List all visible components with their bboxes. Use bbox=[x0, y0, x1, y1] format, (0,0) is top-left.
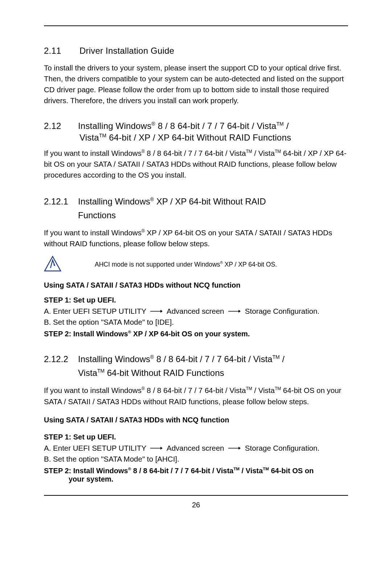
section-number: 2.12.2 bbox=[44, 353, 70, 366]
title-text: Vista bbox=[78, 368, 97, 378]
step-1a: A. Enter UEFI SETUP UTILITY Advanced scr… bbox=[44, 443, 348, 454]
tm-symbol: TM bbox=[275, 149, 281, 154]
title-text: / bbox=[280, 354, 285, 364]
top-rule bbox=[44, 25, 348, 26]
registered-symbol: ® bbox=[220, 261, 222, 265]
registered-symbol: ® bbox=[150, 196, 154, 202]
section-number: 2.11 bbox=[44, 46, 65, 56]
warning-icon bbox=[44, 256, 61, 273]
section-title: Installing Windows® 8 / 8 64-bit / 7 / 7… bbox=[78, 353, 348, 366]
tm-symbol: TM bbox=[276, 121, 283, 127]
arrow-icon bbox=[228, 446, 241, 450]
step-text: Storage Configuration. bbox=[245, 307, 319, 315]
arrow-icon bbox=[150, 309, 163, 313]
step-text: STEP 2: Install Windows bbox=[44, 330, 128, 338]
svg-marker-0 bbox=[45, 256, 61, 271]
step-text: A. Enter UEFI SETUP UTILITY bbox=[44, 307, 146, 315]
title-text: Vista bbox=[79, 133, 99, 142]
heading-2-12-2-line2: VistaTM 64-bit Without RAID Functions bbox=[44, 366, 348, 380]
step-text: Advanced screen bbox=[167, 444, 224, 452]
step-1b: B. Set the option "SATA Mode" to [IDE]. bbox=[44, 317, 348, 328]
svg-marker-2 bbox=[160, 310, 163, 313]
section-number: 2.12 bbox=[44, 121, 65, 131]
tm-symbol: TM bbox=[275, 386, 281, 392]
section-2-12-2: 2.12.2 Installing Windows® 8 / 8 64-bit … bbox=[44, 353, 348, 483]
step-text: Storage Configuration. bbox=[245, 444, 319, 452]
sub-heading-ncq: Using SATA / SATAII / SATA3 HDDs with NC… bbox=[44, 416, 348, 424]
body-text: If you want to install Windows bbox=[44, 386, 142, 394]
tm-symbol: TM bbox=[246, 149, 252, 154]
title-text: Installing Windows bbox=[78, 354, 150, 364]
title-text: XP / XP 64-bit Without RAID bbox=[154, 196, 266, 206]
heading-2-12: 2.12 Installing Windows® 8 / 8 64-bit / … bbox=[44, 121, 348, 131]
section-2-11: 2.11 Driver Installation Guide To instal… bbox=[44, 46, 348, 106]
step-group-1-b: STEP 1: Set up UEFI. A. Enter UEFI SETUP… bbox=[44, 433, 348, 465]
step-text: Advanced screen bbox=[167, 307, 224, 315]
step-group-1: STEP 1: Set up UEFI. A. Enter UEFI SETUP… bbox=[44, 296, 348, 328]
registered-symbol: ® bbox=[128, 330, 131, 334]
step-text: 8 / 8 64-bit / 7 / 7 64-bit / Vista bbox=[131, 467, 233, 475]
svg-marker-6 bbox=[160, 447, 163, 450]
note-text: AHCI mode is not supported under Windows… bbox=[95, 261, 277, 268]
step-text: XP / XP 64-bit OS on your system. bbox=[131, 330, 250, 338]
step-2-label: STEP 2: Install Windows® 8 / 8 64-bit / … bbox=[44, 467, 348, 475]
registered-symbol: ® bbox=[151, 121, 155, 127]
page-number: 26 bbox=[44, 501, 348, 509]
body-text: 8 / 8 64-bit / 7 / 7 64-bit / Vista bbox=[145, 149, 246, 157]
heading-2-12-2: 2.12.2 Installing Windows® 8 / 8 64-bit … bbox=[44, 353, 348, 366]
registered-symbol: ® bbox=[142, 228, 145, 234]
svg-marker-4 bbox=[238, 310, 241, 313]
section-title: Installing Windows® 8 / 8 64-bit / 7 / 7… bbox=[78, 121, 348, 131]
step-text: A. Enter UEFI SETUP UTILITY bbox=[44, 444, 146, 452]
title-text: 64-bit Without RAID Functions bbox=[105, 368, 224, 378]
heading-2-12-line2: VistaTM 64-bit / XP / XP 64-bit Without … bbox=[44, 133, 348, 143]
note-text-content: AHCI mode is not supported under Windows bbox=[95, 261, 220, 268]
step-1b: B. Set the option "SATA Mode" to [AHCI]. bbox=[44, 454, 348, 465]
step-1-label: STEP 1: Set up UEFI. bbox=[44, 433, 348, 441]
tm-symbol: TM bbox=[99, 133, 106, 138]
section-number: 2.12.1 bbox=[44, 195, 70, 208]
body-text: If you want to install Windows bbox=[44, 149, 142, 157]
section-title: Installing Windows® XP / XP 64-bit Witho… bbox=[78, 195, 348, 208]
body-text: If you want to install Windows bbox=[44, 228, 142, 237]
tm-symbol: TM bbox=[97, 368, 105, 374]
note-row: AHCI mode is not supported under Windows… bbox=[44, 256, 348, 273]
title-text: 64-bit / XP / XP 64-bit Without RAID Fun… bbox=[106, 133, 291, 142]
tm-symbol: TM bbox=[272, 354, 279, 360]
body-2-11: To install the drivers to your system, p… bbox=[44, 62, 348, 106]
step-2-label: STEP 2: Install Windows® XP / XP 64-bit … bbox=[44, 330, 348, 338]
body-2-12-1: If you want to install Windows® XP / XP … bbox=[44, 227, 348, 249]
section-2-12-1: 2.12.1 Installing Windows® XP / XP 64-bi… bbox=[44, 195, 348, 338]
step-1-label: STEP 1: Set up UEFI. bbox=[44, 296, 348, 304]
arrow-icon bbox=[150, 446, 163, 450]
step-1a: A. Enter UEFI SETUP UTILITY Advanced scr… bbox=[44, 306, 348, 317]
title-text: Installing Windows bbox=[78, 196, 150, 206]
tm-symbol: TM bbox=[246, 386, 252, 392]
sub-heading-ncq: Using SATA / SATAII / SATA3 HDDs without… bbox=[44, 281, 348, 289]
section-title: Driver Installation Guide bbox=[79, 46, 348, 56]
body-text: / Vista bbox=[252, 149, 275, 157]
body-2-12: If you want to install Windows® 8 / 8 64… bbox=[44, 148, 348, 181]
section-title-line2: VistaTM 64-bit Without RAID Functions bbox=[78, 366, 348, 380]
registered-symbol: ® bbox=[150, 354, 154, 360]
body-2-12-2: If you want to install Windows® 8 / 8 64… bbox=[44, 385, 348, 407]
title-text: 8 / 8 64-bit / 7 / 7 64-bit / Vista bbox=[155, 121, 277, 131]
section-title-line2: Functions bbox=[78, 209, 348, 222]
svg-marker-8 bbox=[238, 447, 241, 450]
heading-2-12-1-line2: Functions bbox=[44, 209, 348, 222]
arrow-icon bbox=[228, 309, 241, 313]
bottom-rule bbox=[44, 495, 348, 496]
body-text: / Vista bbox=[252, 386, 275, 394]
step-2-line2: your system. bbox=[44, 475, 348, 483]
registered-symbol: ® bbox=[142, 386, 145, 392]
title-text: 8 / 8 64-bit / 7 / 7 64-bit / Vista bbox=[154, 354, 272, 364]
heading-2-11: 2.11 Driver Installation Guide bbox=[44, 46, 348, 56]
section-2-12: 2.12 Installing Windows® 8 / 8 64-bit / … bbox=[44, 121, 348, 181]
step-text: / Vista bbox=[240, 467, 263, 475]
title-text: Installing Windows bbox=[78, 121, 151, 131]
step-text: 64-bit OS on bbox=[269, 467, 314, 475]
step-text: STEP 2: Install Windows bbox=[44, 467, 128, 475]
title-text: / bbox=[284, 121, 289, 131]
note-text-content: XP / XP 64-bit OS. bbox=[223, 261, 277, 268]
tm-symbol: TM bbox=[263, 466, 269, 471]
